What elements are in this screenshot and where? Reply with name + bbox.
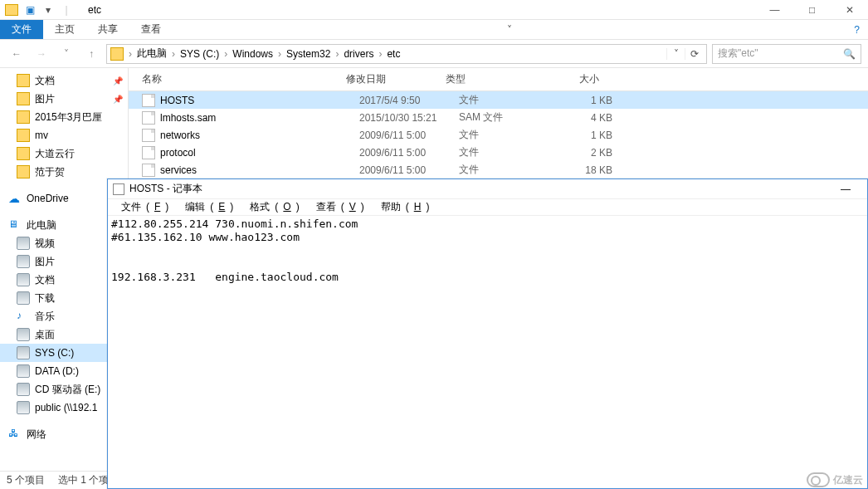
file-type: 文件: [459, 163, 550, 177]
menu-view[interactable]: 查看(V): [306, 200, 369, 214]
search-icon[interactable]: 🔍: [843, 48, 856, 60]
folder-icon: [17, 129, 30, 142]
address-dropdown-icon[interactable]: ˅: [666, 48, 685, 60]
table-row[interactable]: services2009/6/11 5:00文件18 KB: [129, 161, 868, 178]
qat-sep-icon: |: [60, 3, 73, 17]
search-placeholder: 搜索"etc": [718, 46, 758, 61]
menu-file[interactable]: 文件(F): [111, 200, 173, 214]
watermark: 亿速云: [807, 472, 863, 487]
table-row[interactable]: protocol2009/6/11 5:00文件2 KB: [129, 144, 868, 161]
pictures-icon: [17, 255, 30, 268]
chevron-right-icon[interactable]: ›: [129, 48, 132, 60]
window-title: etc: [88, 4, 101, 16]
close-button[interactable]: ✕: [831, 0, 868, 20]
file-name: lmhosts.sam: [160, 112, 359, 124]
tab-file[interactable]: 文件: [0, 20, 43, 39]
downloads-icon: [17, 291, 30, 305]
col-size[interactable]: 大小: [537, 72, 599, 86]
pc-icon: 🖥: [8, 218, 22, 232]
ribbon: 文件 主页 共享 查看 ˅ ?: [0, 20, 868, 40]
notepad-title: HOSTS - 记事本: [129, 182, 202, 196]
tab-view[interactable]: 查看: [129, 20, 173, 39]
status-selection: 选中 1 个项: [58, 473, 109, 487]
menu-edit[interactable]: 编辑(E): [175, 200, 238, 214]
file-type: 文件: [459, 128, 550, 142]
search-input[interactable]: 搜索"etc" 🔍: [712, 44, 861, 64]
folder-icon: [5, 3, 18, 17]
table-row[interactable]: networks2009/6/11 5:00文件1 KB: [129, 126, 868, 144]
file-size: 1 KB: [550, 95, 612, 106]
chevron-right-icon[interactable]: ›: [172, 48, 175, 60]
file-type: 文件: [459, 93, 550, 107]
sidebar-item-pictures[interactable]: 图片📌: [0, 90, 128, 108]
file-name: services: [160, 164, 359, 176]
nav-history-dropdown[interactable]: ˅: [56, 44, 76, 64]
folder-icon: [17, 110, 30, 124]
pin-icon: 📌: [113, 76, 123, 86]
breadcrumb[interactable]: System32: [283, 48, 334, 60]
network-icon: 🖧: [8, 428, 22, 441]
notepad-window[interactable]: HOSTS - 记事本 — 文件(F) 编辑(E) 格式(O) 查看(V) 帮助…: [107, 178, 868, 489]
minimize-button[interactable]: —: [756, 0, 793, 20]
sidebar-item-folder[interactable]: 大道云行: [0, 144, 128, 163]
table-row[interactable]: HOSTS2017/5/4 9:50文件1 KB: [129, 91, 868, 109]
column-header[interactable]: 名称 修改日期 类型 大小: [129, 68, 868, 91]
chevron-right-icon[interactable]: ›: [278, 48, 281, 60]
drive-icon: [17, 346, 30, 359]
col-date[interactable]: 修改日期: [346, 72, 446, 86]
qat-props-icon[interactable]: ▣: [23, 3, 37, 17]
notepad-titlebar[interactable]: HOSTS - 记事本 —: [108, 179, 867, 199]
file-type: SAM 文件: [459, 110, 550, 125]
table-row[interactable]: lmhosts.sam2015/10/30 15:21SAM 文件4 KB: [129, 109, 868, 126]
file-date: 2009/6/11 5:00: [359, 164, 459, 176]
address-row: ← → ˅ ↑ › 此电脑 › SYS (C:) › Windows › Sys…: [0, 40, 868, 68]
ribbon-help-icon[interactable]: ?: [846, 20, 868, 39]
watermark-logo-icon: [807, 472, 830, 487]
nav-back-button[interactable]: ←: [7, 44, 27, 64]
file-name: protocol: [160, 147, 359, 159]
menu-help[interactable]: 帮助(H): [371, 200, 435, 214]
file-date: 2009/6/11 5:00: [359, 130, 459, 141]
breadcrumb[interactable]: Windows: [229, 48, 276, 60]
refresh-icon[interactable]: ⟳: [685, 48, 703, 60]
notepad-textarea[interactable]: #112.80.255.214 730.nuomi.n.shifen.com #…: [108, 216, 867, 488]
folder-icon: [17, 147, 30, 160]
breadcrumb[interactable]: etc: [383, 48, 403, 60]
file-date: 2015/10/30 15:21: [359, 112, 459, 124]
nav-forward-button[interactable]: →: [32, 44, 51, 64]
cd-icon: [17, 383, 30, 396]
col-name[interactable]: 名称: [142, 72, 346, 86]
videos-icon: [17, 237, 30, 250]
file-icon: [142, 111, 155, 125]
ribbon-expand-icon[interactable]: ˅: [499, 20, 520, 39]
sidebar-item-documents[interactable]: 文档📌: [0, 71, 128, 90]
minimize-button[interactable]: —: [829, 183, 862, 195]
file-size: 1 KB: [550, 130, 612, 141]
menu-format[interactable]: 格式(O): [240, 200, 304, 214]
tab-home[interactable]: 主页: [43, 20, 86, 39]
breadcrumb[interactable]: drivers: [340, 48, 377, 60]
folder-icon: [110, 47, 124, 61]
file-icon: [142, 146, 155, 159]
documents-icon: [17, 273, 30, 286]
desktop-icon: [17, 328, 30, 341]
sidebar-item-folder[interactable]: 2015年3月巴厘: [0, 108, 128, 126]
chevron-right-icon[interactable]: ›: [378, 48, 382, 60]
chevron-right-icon[interactable]: ›: [335, 48, 339, 60]
file-name: HOSTS: [160, 95, 359, 106]
nav-up-button[interactable]: ↑: [81, 44, 101, 64]
qat-dropdown-icon[interactable]: ▾: [41, 3, 55, 17]
address-bar[interactable]: › 此电脑 › SYS (C:) › Windows › System32 › …: [106, 44, 707, 64]
tab-share[interactable]: 共享: [86, 20, 129, 39]
drive-icon: [17, 364, 30, 378]
maximize-button[interactable]: □: [793, 0, 831, 20]
notepad-menu[interactable]: 文件(F) 编辑(E) 格式(O) 查看(V) 帮助(H): [108, 199, 867, 216]
sidebar-item-folder[interactable]: mv: [0, 126, 128, 144]
file-type: 文件: [459, 145, 550, 159]
col-type[interactable]: 类型: [446, 72, 537, 86]
chevron-right-icon[interactable]: ›: [224, 48, 227, 60]
breadcrumb[interactable]: SYS (C:): [177, 48, 222, 60]
explorer-titlebar: ▣ ▾ | etc — □ ✕: [0, 0, 868, 20]
folder-icon: [17, 165, 30, 178]
breadcrumb[interactable]: 此电脑: [134, 46, 170, 61]
